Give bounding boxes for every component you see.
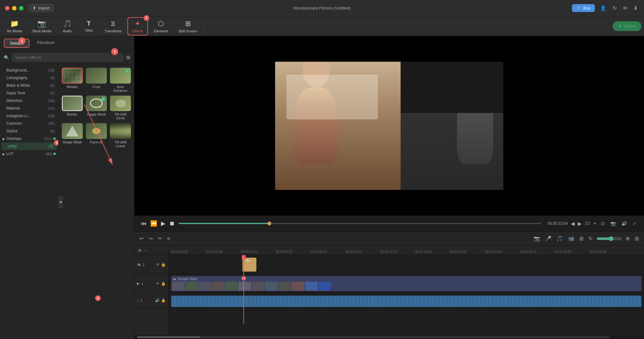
- toolbar-stock-media[interactable]: 📷 Stock Media: [28, 18, 56, 35]
- fullscreen-button[interactable]: ⤢: [631, 220, 638, 227]
- effect-face-off[interactable]: Face-off: [86, 123, 107, 148]
- playback-right: 00:00:32:04 ◀ ▶ 1/2 ▼ ⊡ 📷 🔊 ⤢: [545, 220, 638, 227]
- grid-timeline-icon[interactable]: ⊞: [634, 234, 640, 243]
- toolbar-effects[interactable]: ✦ Effects 1: [127, 17, 148, 35]
- panel-content: Background... (16) Lomography (4) Black …: [0, 65, 134, 339]
- toolbar-elements[interactable]: ⬡ Elements: [149, 18, 173, 35]
- timeline-tracks[interactable]: 00:00:00:00 00:00:15:00 00:00:30:01 00:0…: [169, 246, 644, 335]
- video-track-lock-button[interactable]: 🔒: [161, 281, 166, 286]
- effect-image-mask[interactable]: + Image Mask: [86, 96, 107, 120]
- track-lock-button[interactable]: 🔒: [161, 262, 166, 267]
- category-utility[interactable]: Utility (9) 3: [1, 142, 57, 150]
- zoom-fit-icon[interactable]: ⊕: [624, 234, 631, 243]
- grid-view-icon[interactable]: ⊞: [126, 54, 130, 60]
- effect-crop[interactable]: Crop: [86, 68, 107, 92]
- tab-filmstock[interactable]: Filmstock: [31, 39, 60, 48]
- frame-back-button[interactable]: ⏪: [150, 220, 157, 227]
- effect-auto-enhance-thumb[interactable]: +: [110, 68, 131, 84]
- split-tool-icon[interactable]: ⊞: [578, 234, 585, 243]
- settings-tool-button[interactable]: ≡: [166, 235, 171, 243]
- video-track-eye-button[interactable]: 👁: [156, 281, 160, 286]
- volume-button[interactable]: 🔊: [620, 220, 628, 227]
- buy-button[interactable]: 🛒 Buy: [572, 4, 595, 12]
- effect-crop-thumb[interactable]: [86, 68, 107, 84]
- toolbar-audio[interactable]: 🎵 Audio: [57, 18, 77, 35]
- audio-track-lock-button[interactable]: 🔒: [161, 298, 166, 303]
- playback-controls: ⏮ ⏪ ▶ ⏹ 00:00:32:04 ◀ ▶ 1/2 ▼ ⊡ 📷 🔊 ⤢: [134, 216, 644, 231]
- effect-shape-mask[interactable]: Shape Mask: [62, 123, 83, 148]
- progress-bar[interactable]: [179, 223, 541, 224]
- effect-mosaic-thumb[interactable]: [62, 68, 83, 84]
- scrollbar-track[interactable]: [137, 336, 610, 338]
- toolbar-titles[interactable]: T Titles: [79, 18, 99, 34]
- category-instagram[interactable]: Instagram-Li... (24): [0, 112, 58, 120]
- snap-button[interactable]: ↔: [143, 247, 149, 254]
- category-background[interactable]: Background... (16): [0, 66, 58, 74]
- minimize-button[interactable]: [12, 6, 16, 10]
- camera-icon[interactable]: 📷: [532, 234, 541, 243]
- toolbar-transitions[interactable]: ⧖ Transitions: [100, 18, 126, 35]
- fit-screen-button[interactable]: ⊡: [600, 220, 606, 227]
- settings-icon[interactable]: ⬇: [632, 4, 639, 12]
- cut-button[interactable]: ✂: [157, 234, 163, 243]
- message-icon[interactable]: ✉: [622, 4, 628, 12]
- track-eye-button[interactable]: 👁: [156, 262, 160, 267]
- effect-image-mask-thumb[interactable]: +: [86, 96, 107, 111]
- effect-tilt-shift-linear-thumb[interactable]: [110, 123, 131, 139]
- category-black-white[interactable]: Black & White (2): [0, 82, 58, 89]
- effect-face-off-thumb[interactable]: [86, 123, 107, 139]
- category-lomography[interactable]: Lomography (4): [0, 74, 58, 82]
- effect-border-thumb[interactable]: [62, 96, 83, 111]
- search-input[interactable]: [12, 53, 124, 62]
- effect-tilt-shift-circle[interactable]: Tilt-shift Circle: [110, 96, 131, 120]
- ruler-mark-4: 00:01:00:02: [311, 250, 345, 254]
- category-common[interactable]: Common (55): [0, 120, 58, 127]
- category-sepia-tone[interactable]: Sepia Tone (2): [0, 89, 58, 97]
- category-material[interactable]: Material (11): [0, 104, 58, 112]
- audio-tool-icon[interactable]: 🎵: [555, 234, 564, 243]
- rewind-button[interactable]: ⏮: [141, 220, 146, 227]
- category-distortion[interactable]: Distortion (18): [0, 97, 58, 104]
- effect-auto-enhance[interactable]: + Auto Enhance: [110, 68, 131, 92]
- refresh-icon[interactable]: ↻: [611, 4, 618, 12]
- undo-button[interactable]: ↩: [138, 234, 145, 243]
- redo-button[interactable]: ↪: [147, 234, 154, 243]
- playhead[interactable]: [243, 255, 244, 323]
- frame-10: [292, 282, 304, 291]
- effect-shape-mask-thumb[interactable]: [62, 123, 83, 139]
- video-tool-icon[interactable]: 📹: [567, 234, 576, 243]
- category-stylize[interactable]: Stylize (5): [0, 127, 58, 135]
- toolbar-split-screen[interactable]: ⊞ Split Screen: [174, 18, 202, 35]
- speed-dropdown-icon[interactable]: ▼: [593, 222, 596, 225]
- play-track-icon: ▶: [137, 282, 139, 285]
- account-icon[interactable]: 👤: [599, 4, 608, 12]
- effect-clip-mosaic[interactable]: + Mos: [242, 258, 256, 272]
- close-button[interactable]: [5, 6, 10, 10]
- zoom-slider[interactable]: [596, 236, 622, 241]
- collapse-panel-button[interactable]: ◀: [58, 196, 63, 208]
- next-frame-icon[interactable]: ▶: [578, 221, 582, 227]
- toolbar-my-media[interactable]: 📁 My Media: [3, 18, 27, 35]
- audio-clip[interactable]: [171, 296, 641, 307]
- import-button[interactable]: ⬆ Import: [29, 4, 54, 12]
- stop-button[interactable]: ⏹: [169, 220, 175, 227]
- loop-icon[interactable]: ↻: [587, 234, 594, 243]
- effect-auto-enhance-label: Auto Enhance: [110, 85, 131, 92]
- track-controls-effect: 👁 🔒: [156, 262, 166, 267]
- scrollbar-thumb[interactable]: [137, 336, 200, 338]
- add-track-button[interactable]: ⊕: [137, 247, 143, 254]
- snapshot-button[interactable]: 📷: [609, 220, 617, 227]
- export-button[interactable]: ⬆ Export: [613, 21, 641, 31]
- mic-icon[interactable]: 🎤: [544, 234, 553, 243]
- audio-track-vol-button[interactable]: 🔊: [155, 298, 160, 303]
- prev-frame-icon[interactable]: ◀: [571, 221, 575, 227]
- effect-tilt-shift-circle-thumb[interactable]: [110, 96, 131, 111]
- category-overlays[interactable]: ▶ Overlays (111): [0, 135, 58, 142]
- tab-default[interactable]: Default: [4, 39, 29, 48]
- maximize-button[interactable]: [19, 6, 23, 10]
- effect-tilt-shift-linear[interactable]: Tilt-shift Linear: [110, 123, 131, 148]
- category-lut[interactable]: ▶ LUT (66): [0, 150, 58, 158]
- effect-border[interactable]: Border: [62, 96, 83, 120]
- play-button[interactable]: ▶: [161, 220, 165, 227]
- effect-mosaic[interactable]: Mosaic: [62, 68, 83, 92]
